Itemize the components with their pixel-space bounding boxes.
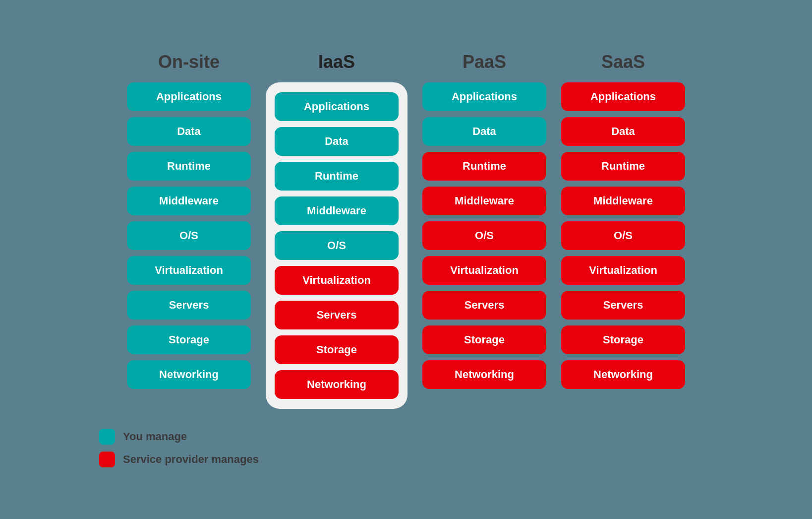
pill-onsite-runtime: Runtime	[127, 152, 251, 181]
pill-onsite-middleware: Middleware	[127, 187, 251, 215]
legend-item-red: Service provider manages	[99, 452, 259, 467]
pill-saas-networking: Networking	[561, 360, 685, 389]
pill-saas-data: Data	[561, 117, 685, 146]
pill-paas-middleware: Middleware	[422, 187, 546, 215]
pill-iaas-o-s: O/S	[275, 231, 399, 260]
pill-saas-runtime: Runtime	[561, 152, 685, 181]
pill-saas-virtualization: Virtualization	[561, 256, 685, 285]
column-header-iaas: IaaS	[318, 52, 355, 72]
pill-iaas-storage: Storage	[275, 335, 399, 364]
pill-paas-runtime: Runtime	[422, 152, 546, 181]
column-onsite: On-siteApplicationsDataRuntimeMiddleware…	[127, 52, 251, 389]
pill-paas-networking: Networking	[422, 360, 546, 389]
pill-iaas-middleware: Middleware	[275, 196, 399, 225]
pill-onsite-storage: Storage	[127, 325, 251, 354]
pill-iaas-data: Data	[275, 127, 399, 156]
pill-paas-virtualization: Virtualization	[422, 256, 546, 285]
pill-iaas-networking: Networking	[275, 370, 399, 399]
diagram-container: On-siteApplicationsDataRuntimeMiddleware…	[0, 32, 812, 487]
legend: You manageService provider manages	[99, 429, 259, 467]
iaas-panel: ApplicationsDataRuntimeMiddlewareO/SVirt…	[266, 82, 407, 409]
pill-saas-servers: Servers	[561, 291, 685, 320]
pill-onsite-data: Data	[127, 117, 251, 146]
column-iaas: IaaSApplicationsDataRuntimeMiddlewareO/S…	[266, 52, 407, 409]
legend-dot-red	[99, 452, 115, 467]
column-saas: SaaSApplicationsDataRuntimeMiddlewareO/S…	[561, 52, 685, 389]
pill-onsite-servers: Servers	[127, 291, 251, 320]
pill-iaas-servers: Servers	[275, 301, 399, 329]
legend-text-teal: You manage	[123, 430, 187, 443]
pill-iaas-virtualization: Virtualization	[275, 266, 399, 295]
columns-wrapper: On-siteApplicationsDataRuntimeMiddleware…	[127, 52, 685, 409]
pill-iaas-runtime: Runtime	[275, 162, 399, 191]
column-header-paas: PaaS	[463, 52, 506, 72]
pill-paas-o-s: O/S	[422, 221, 546, 250]
column-paas: PaaSApplicationsDataRuntimeMiddlewareO/S…	[422, 52, 546, 389]
legend-item-teal: You manage	[99, 429, 259, 445]
pill-saas-middleware: Middleware	[561, 187, 685, 215]
column-header-onsite: On-site	[158, 52, 220, 72]
pill-onsite-virtualization: Virtualization	[127, 256, 251, 285]
legend-dot-teal	[99, 429, 115, 445]
pill-paas-data: Data	[422, 117, 546, 146]
pill-paas-servers: Servers	[422, 291, 546, 320]
pill-saas-o-s: O/S	[561, 221, 685, 250]
pill-saas-applications: Applications	[561, 82, 685, 111]
column-header-saas: SaaS	[601, 52, 645, 72]
legend-text-red: Service provider manages	[123, 453, 259, 466]
pill-paas-storage: Storage	[422, 325, 546, 354]
pill-saas-storage: Storage	[561, 325, 685, 354]
pill-iaas-applications: Applications	[275, 92, 399, 121]
pill-onsite-applications: Applications	[127, 82, 251, 111]
pill-onsite-networking: Networking	[127, 360, 251, 389]
pill-paas-applications: Applications	[422, 82, 546, 111]
pill-onsite-o-s: O/S	[127, 221, 251, 250]
